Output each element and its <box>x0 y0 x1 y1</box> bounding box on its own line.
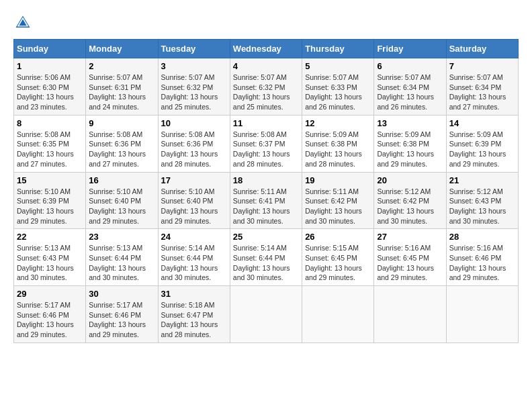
calendar-cell: 27 Sunrise: 5:16 AM Sunset: 6:45 PM Dayl… <box>374 229 446 286</box>
day-number: 21 <box>449 175 515 185</box>
calendar-cell: 2 Sunrise: 5:07 AM Sunset: 6:31 PM Dayli… <box>86 58 158 116</box>
calendar-cell: 22 Sunrise: 5:13 AM Sunset: 6:43 PM Dayl… <box>14 229 86 286</box>
calendar-week-row: 8 Sunrise: 5:08 AM Sunset: 6:35 PM Dayli… <box>14 115 519 172</box>
calendar-cell: 7 Sunrise: 5:07 AM Sunset: 6:34 PM Dayli… <box>446 58 518 116</box>
day-info: Sunrise: 5:09 AM Sunset: 6:38 PM Dayligh… <box>377 130 443 169</box>
calendar-body: 1 Sunrise: 5:06 AM Sunset: 6:30 PM Dayli… <box>14 58 519 343</box>
day-number: 23 <box>89 232 154 242</box>
calendar-cell: 19 Sunrise: 5:11 AM Sunset: 6:42 PM Dayl… <box>302 172 374 229</box>
calendar-cell: 29 Sunrise: 5:17 AM Sunset: 6:46 PM Dayl… <box>14 286 86 343</box>
day-info: Sunrise: 5:15 AM Sunset: 6:45 PM Dayligh… <box>305 243 371 283</box>
calendar-cell: 14 Sunrise: 5:09 AM Sunset: 6:39 PM Dayl… <box>446 115 518 172</box>
calendar-cell: 30 Sunrise: 5:17 AM Sunset: 6:46 PM Dayl… <box>86 286 158 343</box>
day-info: Sunrise: 5:08 AM Sunset: 6:37 PM Dayligh… <box>233 130 299 169</box>
calendar-cell: 1 Sunrise: 5:06 AM Sunset: 6:30 PM Dayli… <box>14 58 86 116</box>
day-number: 19 <box>305 175 371 185</box>
day-number: 5 <box>305 61 371 71</box>
calendar-cell: 8 Sunrise: 5:08 AM Sunset: 6:35 PM Dayli… <box>14 115 86 172</box>
calendar-week-row: 22 Sunrise: 5:13 AM Sunset: 6:43 PM Dayl… <box>14 229 519 286</box>
day-info: Sunrise: 5:08 AM Sunset: 6:36 PM Dayligh… <box>89 130 154 169</box>
day-info: Sunrise: 5:07 AM Sunset: 6:34 PM Dayligh… <box>377 73 443 112</box>
day-number: 16 <box>89 175 154 185</box>
day-number: 2 <box>89 61 154 71</box>
calendar-cell: 25 Sunrise: 5:14 AM Sunset: 6:44 PM Dayl… <box>230 229 302 286</box>
day-number: 22 <box>17 232 83 242</box>
day-number: 13 <box>377 118 443 128</box>
day-number: 18 <box>233 175 299 185</box>
day-info: Sunrise: 5:10 AM Sunset: 6:40 PM Dayligh… <box>161 187 227 226</box>
calendar-cell <box>302 286 374 343</box>
calendar-cell: 23 Sunrise: 5:13 AM Sunset: 6:44 PM Dayl… <box>86 229 158 286</box>
day-info: Sunrise: 5:12 AM Sunset: 6:42 PM Dayligh… <box>377 187 443 226</box>
day-info: Sunrise: 5:13 AM Sunset: 6:43 PM Dayligh… <box>17 243 83 283</box>
day-of-week-header: Saturday <box>446 40 518 58</box>
day-number: 26 <box>305 232 371 242</box>
day-number: 7 <box>449 61 515 71</box>
day-info: Sunrise: 5:07 AM Sunset: 6:32 PM Dayligh… <box>233 73 299 112</box>
calendar-cell: 5 Sunrise: 5:07 AM Sunset: 6:33 PM Dayli… <box>302 58 374 116</box>
calendar-cell: 12 Sunrise: 5:09 AM Sunset: 6:38 PM Dayl… <box>302 115 374 172</box>
day-number: 15 <box>17 175 83 185</box>
day-info: Sunrise: 5:11 AM Sunset: 6:41 PM Dayligh… <box>233 187 299 226</box>
calendar-cell: 28 Sunrise: 5:16 AM Sunset: 6:46 PM Dayl… <box>446 229 518 286</box>
day-info: Sunrise: 5:09 AM Sunset: 6:38 PM Dayligh… <box>305 130 371 169</box>
day-number: 25 <box>233 232 299 242</box>
calendar-cell: 6 Sunrise: 5:07 AM Sunset: 6:34 PM Dayli… <box>374 58 446 116</box>
calendar-cell: 26 Sunrise: 5:15 AM Sunset: 6:45 PM Dayl… <box>302 229 374 286</box>
day-number: 11 <box>233 118 299 128</box>
day-of-week-header: Wednesday <box>230 40 302 58</box>
day-of-week-header: Thursday <box>302 40 374 58</box>
day-number: 24 <box>161 232 227 242</box>
calendar-cell: 9 Sunrise: 5:08 AM Sunset: 6:36 PM Dayli… <box>86 115 158 172</box>
day-number: 1 <box>17 61 83 71</box>
day-of-week-header: Monday <box>86 40 158 58</box>
day-of-week-header: Tuesday <box>158 40 230 58</box>
day-number: 4 <box>233 61 299 71</box>
day-number: 14 <box>449 118 515 128</box>
calendar-week-row: 29 Sunrise: 5:17 AM Sunset: 6:46 PM Dayl… <box>14 286 519 343</box>
day-info: Sunrise: 5:07 AM Sunset: 6:34 PM Dayligh… <box>449 73 515 112</box>
day-number: 28 <box>449 232 515 242</box>
logo-icon <box>13 13 32 32</box>
calendar-cell: 10 Sunrise: 5:08 AM Sunset: 6:36 PM Dayl… <box>158 115 230 172</box>
calendar-cell: 21 Sunrise: 5:12 AM Sunset: 6:43 PM Dayl… <box>446 172 518 229</box>
day-number: 8 <box>17 118 83 128</box>
day-info: Sunrise: 5:11 AM Sunset: 6:42 PM Dayligh… <box>305 187 371 226</box>
logo <box>13 13 35 32</box>
day-number: 20 <box>377 175 443 185</box>
day-number: 3 <box>161 61 227 71</box>
day-info: Sunrise: 5:07 AM Sunset: 6:33 PM Dayligh… <box>305 73 371 112</box>
calendar-cell: 11 Sunrise: 5:08 AM Sunset: 6:37 PM Dayl… <box>230 115 302 172</box>
day-info: Sunrise: 5:17 AM Sunset: 6:46 PM Dayligh… <box>89 300 154 340</box>
calendar-header: SundayMondayTuesdayWednesdayThursdayFrid… <box>14 40 519 58</box>
day-info: Sunrise: 5:18 AM Sunset: 6:47 PM Dayligh… <box>161 300 227 340</box>
calendar-cell: 16 Sunrise: 5:10 AM Sunset: 6:40 PM Dayl… <box>86 172 158 229</box>
calendar-cell: 17 Sunrise: 5:10 AM Sunset: 6:40 PM Dayl… <box>158 172 230 229</box>
day-number: 12 <box>305 118 371 128</box>
day-of-week-header: Sunday <box>14 40 86 58</box>
calendar-cell: 18 Sunrise: 5:11 AM Sunset: 6:41 PM Dayl… <box>230 172 302 229</box>
day-info: Sunrise: 5:16 AM Sunset: 6:45 PM Dayligh… <box>377 243 443 283</box>
day-number: 30 <box>89 289 154 299</box>
calendar-cell: 31 Sunrise: 5:18 AM Sunset: 6:47 PM Dayl… <box>158 286 230 343</box>
day-info: Sunrise: 5:17 AM Sunset: 6:46 PM Dayligh… <box>17 300 83 340</box>
calendar-cell <box>230 286 302 343</box>
day-info: Sunrise: 5:12 AM Sunset: 6:43 PM Dayligh… <box>449 187 515 226</box>
day-number: 6 <box>377 61 443 71</box>
day-number: 31 <box>161 289 227 299</box>
day-info: Sunrise: 5:10 AM Sunset: 6:39 PM Dayligh… <box>17 187 83 226</box>
day-number: 10 <box>161 118 227 128</box>
day-number: 17 <box>161 175 227 185</box>
calendar-week-row: 15 Sunrise: 5:10 AM Sunset: 6:39 PM Dayl… <box>14 172 519 229</box>
calendar-cell <box>446 286 518 343</box>
day-info: Sunrise: 5:10 AM Sunset: 6:40 PM Dayligh… <box>89 187 154 226</box>
calendar-cell: 20 Sunrise: 5:12 AM Sunset: 6:42 PM Dayl… <box>374 172 446 229</box>
calendar-cell: 15 Sunrise: 5:10 AM Sunset: 6:39 PM Dayl… <box>14 172 86 229</box>
day-info: Sunrise: 5:14 AM Sunset: 6:44 PM Dayligh… <box>233 243 299 283</box>
day-info: Sunrise: 5:08 AM Sunset: 6:35 PM Dayligh… <box>17 130 83 169</box>
day-info: Sunrise: 5:09 AM Sunset: 6:39 PM Dayligh… <box>449 130 515 169</box>
day-number: 9 <box>89 118 154 128</box>
day-info: Sunrise: 5:13 AM Sunset: 6:44 PM Dayligh… <box>89 243 154 283</box>
day-info: Sunrise: 5:06 AM Sunset: 6:30 PM Dayligh… <box>17 73 83 112</box>
day-info: Sunrise: 5:08 AM Sunset: 6:36 PM Dayligh… <box>161 130 227 169</box>
